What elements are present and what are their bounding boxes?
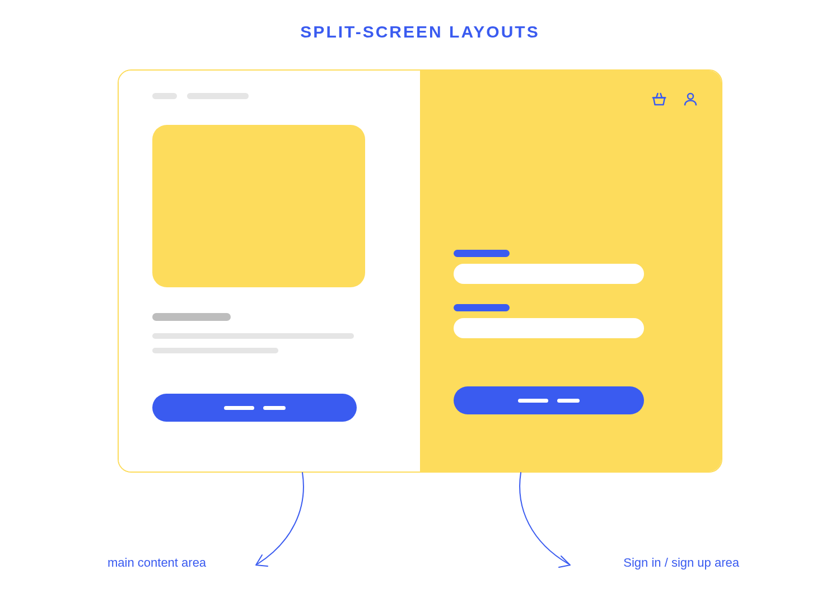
text-input-placeholder[interactable]: [454, 318, 644, 338]
annotations-area: main content area Sign in / sign up area: [118, 473, 722, 579]
arrow-right-icon: [498, 470, 599, 576]
header-icons: [454, 91, 699, 110]
nav-item-placeholder: [187, 93, 249, 99]
heading-placeholder: [152, 313, 231, 321]
basket-icon[interactable]: [651, 91, 668, 110]
body-text-placeholder: [152, 333, 354, 339]
nav-item-placeholder: [152, 93, 177, 99]
signin-cta-button[interactable]: [454, 386, 644, 414]
button-label-placeholder: [224, 406, 254, 410]
left-annotation-label: main content area: [108, 556, 206, 570]
body-text-placeholder: [152, 348, 278, 353]
primary-cta-button[interactable]: [152, 394, 357, 422]
main-content-panel: [119, 71, 420, 472]
text-block-placeholder: [152, 313, 392, 353]
svg-point-1: [688, 94, 693, 99]
form-field-1: [454, 250, 699, 284]
arrow-left-icon: [230, 470, 330, 576]
right-annotation-label: Sign in / sign up area: [623, 556, 739, 570]
form-field-2: [454, 304, 699, 338]
split-screen-mockup: [118, 69, 722, 473]
button-label-placeholder: [263, 406, 286, 410]
button-label-placeholder: [557, 399, 580, 403]
user-icon[interactable]: [682, 91, 699, 110]
hero-image-placeholder: [152, 125, 365, 287]
field-label-placeholder: [454, 250, 510, 257]
button-label-placeholder: [518, 399, 548, 403]
nav-placeholder: [152, 93, 392, 99]
field-label-placeholder: [454, 304, 510, 311]
page-title: SPLIT-SCREEN LAYOUTS: [300, 22, 539, 41]
signin-signup-panel: [420, 71, 721, 472]
text-input-placeholder[interactable]: [454, 264, 644, 284]
